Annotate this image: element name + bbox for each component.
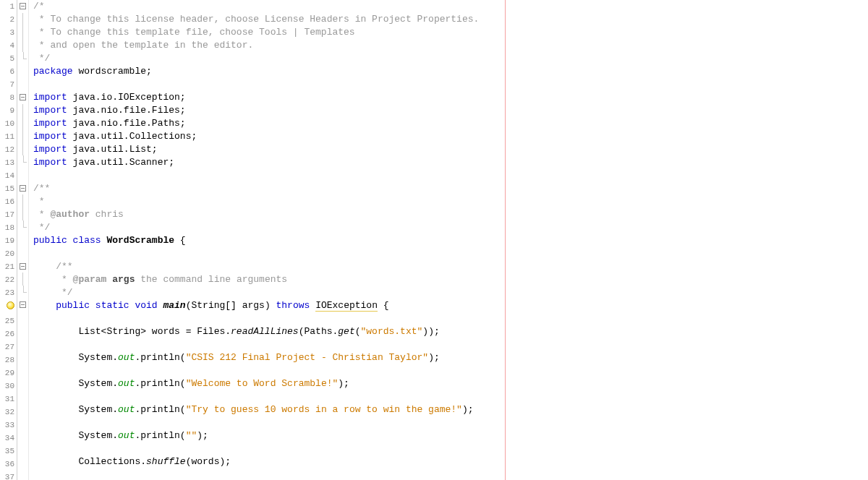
text: (Paths. <box>299 326 339 337</box>
code-line[interactable]: Collections.shuffle(words); <box>33 455 868 468</box>
code-line[interactable]: * To change this template file, choose T… <box>33 26 868 39</box>
line-number: 26 <box>0 327 14 340</box>
code-line[interactable]: import java.util.List; <box>33 143 868 156</box>
fold-cell <box>17 142 28 155</box>
fold-cell <box>17 325 28 338</box>
line-number: 4 <box>0 39 14 52</box>
comment-text: */ <box>33 53 50 64</box>
code-line[interactable]: * To change this license header, choose … <box>33 13 868 26</box>
code-line[interactable]: /** <box>33 182 868 195</box>
line-number: 32 <box>0 406 14 419</box>
fold-collapse-icon[interactable] <box>20 263 26 270</box>
text: System. <box>33 430 118 441</box>
text: .println( <box>135 404 185 415</box>
code-line[interactable]: import java.io.IOException; <box>33 91 868 104</box>
code-line[interactable]: package wordscramble; <box>33 65 868 78</box>
code-line[interactable] <box>33 442 868 455</box>
code-line[interactable]: System.out.println(""); <box>33 429 868 442</box>
code-line[interactable]: import java.nio.file.Paths; <box>33 117 868 130</box>
string-literal: "Try to guess 10 words in a row to win t… <box>186 404 462 415</box>
code-line[interactable] <box>33 169 868 182</box>
fold-collapse-icon[interactable] <box>20 3 26 9</box>
hint-bulb-icon[interactable] <box>7 301 14 309</box>
code-editor[interactable]: 1234567891011121314151617181920212223252… <box>0 0 868 480</box>
code-line[interactable] <box>33 247 868 260</box>
string-literal: "CSIS 212 Final Project - Christian Tayl… <box>186 352 428 363</box>
code-line[interactable]: public class WordScramble { <box>33 234 868 247</box>
javadoc-text: * <box>33 196 45 207</box>
text: ); <box>428 352 440 363</box>
fold-collapse-icon[interactable] <box>20 94 26 100</box>
code-line[interactable]: * @author chris <box>33 208 868 221</box>
static-field: out <box>118 378 135 389</box>
fold-collapse-icon[interactable] <box>20 301 26 308</box>
fold-cell[interactable] <box>17 91 28 104</box>
code-line[interactable] <box>33 390 868 403</box>
code-line[interactable]: import java.nio.file.Files; <box>33 104 868 117</box>
javadoc-text: * <box>33 274 73 285</box>
keyword: public static void <box>56 300 163 311</box>
code-line[interactable]: System.out.println("CSIS 212 Final Proje… <box>33 351 868 364</box>
code-line[interactable]: * and open the template in the editor. <box>33 39 868 52</box>
string-literal: "words.txt" <box>361 326 423 337</box>
code-line[interactable]: import java.util.Scanner; <box>33 156 868 169</box>
text: System. <box>33 352 118 363</box>
keyword-import: import <box>33 131 67 142</box>
fold-line <box>22 26 23 39</box>
line-number-gutter: 1234567891011121314151617181920212223252… <box>0 0 17 480</box>
fold-line <box>22 130 23 143</box>
code-line[interactable]: System.out.println("Try to guess 10 word… <box>33 403 868 416</box>
code-line[interactable] <box>33 364 868 377</box>
text: wordscramble; <box>73 66 152 77</box>
line-number: 9 <box>0 104 14 117</box>
code-line[interactable] <box>33 78 868 91</box>
code-line[interactable]: import java.util.Collections; <box>33 130 868 143</box>
fold-end-icon <box>20 155 26 168</box>
line-number: 8 <box>0 91 14 104</box>
code-line[interactable]: */ <box>33 286 868 299</box>
keyword-throws: throws <box>276 300 310 311</box>
fold-cell <box>17 104 28 117</box>
code-line[interactable]: System.out.println("Welcome to Word Scra… <box>33 377 868 390</box>
fold-cell[interactable] <box>17 0 28 13</box>
line-number: 19 <box>0 234 14 247</box>
code-line[interactable] <box>33 312 868 325</box>
fold-cell <box>17 78 28 91</box>
fold-line <box>22 39 23 52</box>
code-line[interactable]: /** <box>33 260 868 273</box>
code-line[interactable] <box>33 338 868 351</box>
code-line[interactable]: /* <box>33 0 868 13</box>
line-number: 35 <box>0 445 14 458</box>
text: java.nio.file.Files; <box>67 105 186 116</box>
keyword: public class <box>33 235 106 246</box>
text: Collections. <box>33 456 146 467</box>
text: )); <box>422 326 439 337</box>
fold-cell[interactable] <box>17 299 28 312</box>
fold-end-icon <box>20 52 26 65</box>
line-number: 22 <box>0 273 14 286</box>
comment-text: * and open the template in the editor. <box>33 40 253 51</box>
code-area[interactable]: /* * To change this license header, choo… <box>29 0 868 480</box>
fold-cell <box>17 52 28 65</box>
line-number: 18 <box>0 221 14 234</box>
fold-cell[interactable] <box>17 260 28 273</box>
fold-collapse-icon[interactable] <box>20 185 26 192</box>
code-line[interactable] <box>33 416 868 429</box>
code-line[interactable]: * <box>33 195 868 208</box>
code-line[interactable]: */ <box>33 221 868 234</box>
fold-cell <box>17 273 28 286</box>
fold-cell <box>17 312 28 325</box>
fold-cell <box>17 26 28 39</box>
fold-cell[interactable] <box>17 181 28 194</box>
code-line[interactable]: * @param args the command line arguments <box>33 273 868 286</box>
line-number: 34 <box>0 432 14 445</box>
code-line[interactable]: public static void main(String[] args) t… <box>33 299 868 312</box>
code-line[interactable]: */ <box>33 52 868 65</box>
keyword-import: import <box>33 144 67 155</box>
fold-gutter <box>17 0 29 480</box>
code-line[interactable]: List<String> words = Files.readAllLines(… <box>33 325 868 338</box>
line-number: 17 <box>0 208 14 221</box>
keyword-import: import <box>33 105 67 116</box>
fold-cell <box>17 377 28 390</box>
code-line[interactable] <box>33 468 868 480</box>
